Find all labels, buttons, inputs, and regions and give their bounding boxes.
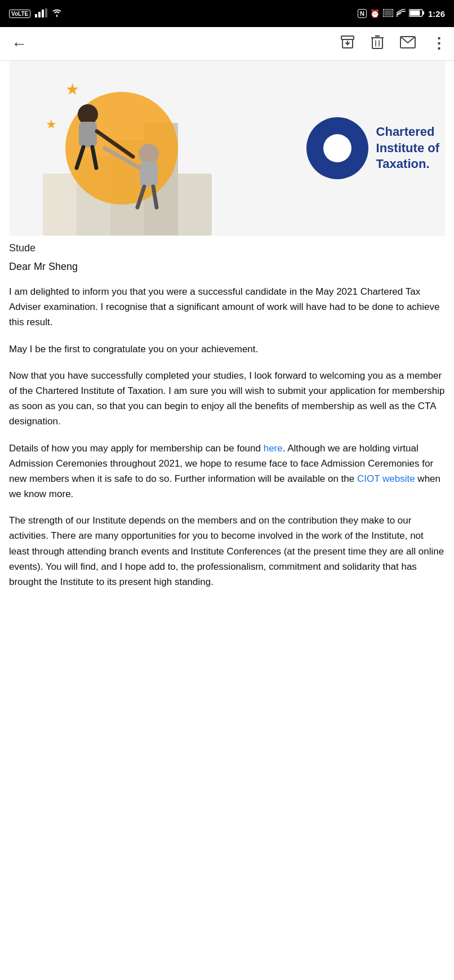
svg-rect-9 [422, 11, 424, 15]
svg-text:★: ★ [65, 81, 79, 98]
time-display: 1:26 [428, 9, 445, 19]
volte-indicator: VoLTE [9, 10, 30, 18]
nav-actions: ⋮ [338, 33, 447, 55]
archive-button[interactable] [338, 33, 357, 55]
media-icon [383, 9, 393, 19]
delete-button[interactable] [368, 33, 386, 55]
nfc-icon: N [358, 9, 367, 18]
header-banner: ★ ★ CharteredInstitute ofTaxation. [9, 61, 445, 236]
email-paragraph-1: I am delighted to inform you that you we… [9, 284, 445, 330]
ciot-website-link[interactable]: CIOT website [357, 473, 415, 484]
cast-icon [397, 9, 406, 19]
ciot-logo-circle [306, 117, 368, 179]
logo-area: CharteredInstitute ofTaxation. [306, 117, 439, 179]
svg-rect-20 [43, 174, 77, 236]
battery-icon [409, 9, 425, 19]
back-button[interactable]: ← [7, 30, 32, 57]
email-subject: Stude [9, 240, 445, 254]
signal-strength-icon [35, 8, 47, 19]
wifi-icon [52, 9, 62, 19]
svg-rect-26 [79, 122, 97, 147]
status-left: VoLTE [9, 8, 62, 19]
svg-rect-5 [384, 10, 392, 16]
email-content: ★ ★ CharteredInstitute ofTaxation. Stude… [0, 61, 454, 589]
nav-bar: ← ⋮ [0, 27, 454, 61]
email-paragraph-3: Now that you have successfully completed… [9, 368, 445, 429]
paragraph4-text-before-link1: Details of how you may apply for members… [9, 443, 264, 454]
logo-inner-hole [323, 134, 351, 162]
svg-point-6 [397, 16, 398, 17]
org-name: CharteredInstitute ofTaxation. [376, 124, 439, 172]
svg-rect-8 [410, 10, 420, 15]
clock-icon: ⏰ [370, 9, 380, 18]
here-link[interactable]: here [264, 443, 283, 454]
illustration-svg: ★ ★ [9, 61, 217, 236]
svg-rect-0 [35, 14, 37, 17]
svg-rect-13 [372, 38, 382, 48]
more-options-button[interactable]: ⋮ [429, 33, 447, 55]
status-right: N ⏰ 1:26 [358, 9, 445, 19]
email-paragraph-2: May I be the first to congratulate you o… [9, 342, 445, 357]
email-paragraph-4: Details of how you may apply for members… [9, 441, 445, 502]
mail-button[interactable] [398, 34, 418, 54]
svg-rect-31 [140, 161, 158, 187]
email-greeting: Dear Mr Sheng [9, 261, 445, 273]
status-bar: VoLTE N ⏰ [0, 0, 454, 27]
email-paragraph-5: The strength of our Institute depends on… [9, 513, 445, 589]
svg-text:★: ★ [46, 117, 57, 131]
svg-rect-1 [38, 12, 41, 17]
svg-point-30 [139, 144, 159, 164]
svg-point-25 [78, 104, 98, 125]
svg-rect-2 [42, 10, 44, 17]
svg-rect-3 [45, 8, 47, 17]
